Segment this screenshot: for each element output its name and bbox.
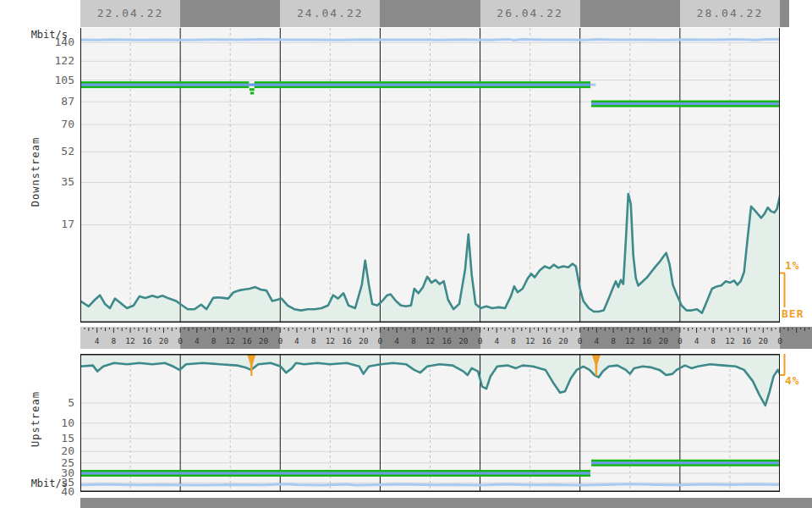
hour-label: 4 <box>195 336 200 345</box>
upstream-chart <box>80 354 780 492</box>
hour-label: 4 <box>595 336 600 345</box>
downstream-axis-title: Downstream <box>30 121 41 223</box>
hour-label: 20 <box>759 336 769 345</box>
hour-label: 4 <box>494 336 499 345</box>
hour-label: 0 <box>777 336 782 345</box>
downstream-ytick: 35 <box>0 176 74 188</box>
hour-label: 20 <box>458 336 469 345</box>
hour-label: 0 <box>277 336 283 345</box>
max-rate-line <box>80 39 780 40</box>
hour-label: 8 <box>211 336 217 345</box>
hour-label: 12 <box>625 336 634 345</box>
hour-label: 4 <box>394 336 399 345</box>
hour-label: 8 <box>411 336 416 345</box>
hour-label: 20 <box>658 336 668 345</box>
ber-axis-label: BER <box>782 307 804 320</box>
hour-label: 16 <box>442 336 452 345</box>
footer-bar <box>80 498 812 508</box>
hour-label: 8 <box>511 336 516 345</box>
hour-label: 12 <box>425 336 435 345</box>
hour-label: 0 <box>378 336 383 345</box>
hour-label: 20 <box>359 336 369 345</box>
date-header-segment <box>380 0 480 27</box>
hour-label: 4 <box>294 336 299 345</box>
hour-label: 20 <box>159 336 169 345</box>
date-header-segment: 26.04.22 <box>480 0 580 27</box>
date-header-segment: 24.04.22 <box>280 0 380 27</box>
hour-label: 8 <box>311 336 316 345</box>
downstream-ytick: 52 <box>0 146 74 157</box>
ber-1pct-label: 1% <box>785 259 800 272</box>
resync-fallback-mark <box>250 91 254 94</box>
date-header-segment <box>580 0 680 27</box>
hour-label: 16 <box>142 336 152 345</box>
time-axis: 4812162004812162004812162004812162004812… <box>80 327 812 349</box>
date-header-segment <box>180 0 280 27</box>
hour-label: 12 <box>225 336 234 345</box>
hour-label: 0 <box>178 336 183 345</box>
time-axis-ruler: 4812162004812162004812162004812162004812… <box>80 327 812 349</box>
hour-label: 0 <box>578 336 583 345</box>
hour-label: 20 <box>259 336 269 345</box>
date-header-segment <box>780 0 789 27</box>
hour-label: 8 <box>611 336 616 345</box>
downstream-ytick: 122 <box>0 55 74 67</box>
sync-rate-core <box>591 461 780 464</box>
hour-label: 4 <box>694 336 700 345</box>
hour-label: 0 <box>478 336 483 345</box>
sync-rate-core <box>80 472 590 474</box>
downstream-ytick: 17 <box>0 218 74 230</box>
hour-label: 4 <box>95 336 100 345</box>
resync-fallback-mark <box>250 88 255 91</box>
hour-label: 16 <box>342 336 352 345</box>
ber-4pct-label: 4% <box>785 374 800 387</box>
dsl-bandwidth-monitor: 22.04.2224.04.2226.04.2228.04.22 Mbit/s … <box>0 0 812 508</box>
downstream-svg <box>80 28 780 323</box>
hour-label: 8 <box>710 336 716 345</box>
downstream-chart <box>80 28 780 323</box>
hour-label: 12 <box>525 336 535 345</box>
old-rate-stub <box>590 84 595 86</box>
hour-label: 8 <box>112 336 117 345</box>
hour-label: 12 <box>725 336 734 345</box>
downstream-ytick: 87 <box>0 96 74 108</box>
sync-rate-core <box>591 102 780 105</box>
sync-rate-core <box>80 84 590 86</box>
upstream-ytick: 40 <box>0 486 74 498</box>
max-rate-line <box>80 484 780 485</box>
hour-label: 16 <box>542 336 552 345</box>
hour-label: 16 <box>742 336 752 345</box>
hour-label: 20 <box>558 336 568 345</box>
date-header-segment: 28.04.22 <box>680 0 780 27</box>
downstream-ytick: 70 <box>0 119 74 130</box>
hour-label: 16 <box>242 336 252 345</box>
upstream-ytick: 5 <box>0 397 74 409</box>
upstream-ytick: 15 <box>0 433 74 444</box>
hour-label: 12 <box>326 336 335 345</box>
hour-label: 12 <box>125 336 134 345</box>
downstream-ytick: 105 <box>0 75 74 86</box>
hour-label: 16 <box>642 336 652 345</box>
hour-label: 0 <box>678 336 683 345</box>
upstream-svg <box>80 354 780 492</box>
date-header-segment: 22.04.22 <box>80 0 180 27</box>
upstream-ytick: 10 <box>0 417 74 429</box>
downstream-ytick: 140 <box>0 36 74 48</box>
